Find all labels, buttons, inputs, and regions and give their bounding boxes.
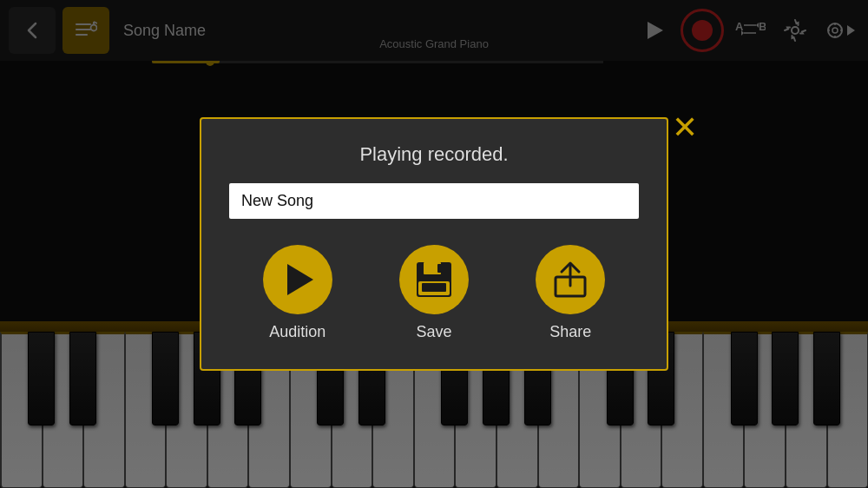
audition-button[interactable]: Audition [263, 245, 332, 341]
save-button[interactable]: Save [399, 245, 469, 341]
share-button[interactable]: Share [536, 245, 605, 341]
song-name-input[interactable] [229, 183, 639, 219]
modal-title: Playing recorded. [229, 143, 639, 166]
close-modal-button[interactable]: ✕ [672, 112, 698, 143]
share-icon [549, 258, 592, 301]
svg-rect-25 [437, 264, 443, 273]
share-icon-circle [536, 245, 605, 314]
modal-dialog: ✕ Playing recorded. Audition [200, 117, 668, 371]
audition-icon-circle [263, 245, 332, 314]
svg-rect-24 [422, 283, 446, 292]
modal-actions: Audition [229, 245, 639, 341]
save-label: Save [416, 323, 451, 341]
modal-overlay: ✕ Playing recorded. Audition [0, 0, 868, 488]
share-label: Share [549, 323, 591, 341]
save-icon-circle [399, 245, 469, 314]
play-icon [287, 264, 313, 295]
audition-label: Audition [269, 323, 326, 341]
save-icon [411, 257, 457, 302]
